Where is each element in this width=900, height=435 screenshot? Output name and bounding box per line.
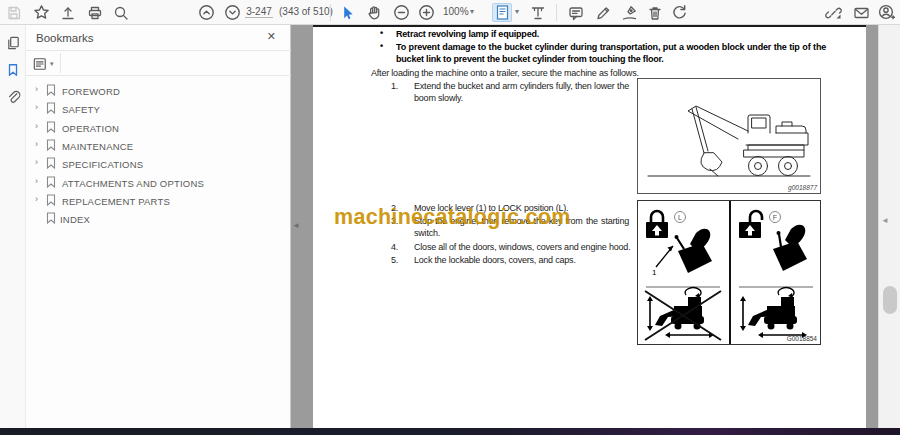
fit-page-caret-icon[interactable]: ▾ (515, 7, 519, 16)
attachments-panel-button[interactable] (4, 88, 22, 106)
step-text: Lock the lockable doors, covers, and cap… (414, 254, 576, 266)
minus-circle-icon (393, 4, 410, 21)
step-number: 1. (391, 80, 398, 92)
search-icon (113, 5, 129, 21)
bookmark-label: SAFETY (62, 104, 100, 115)
zoom-out-button[interactable] (391, 3, 411, 22)
bookmark-icon (46, 194, 56, 206)
print-button[interactable] (85, 3, 105, 22)
printer-icon (87, 5, 103, 21)
expand-chevron-icon[interactable]: › (35, 176, 38, 186)
delete-button[interactable] (645, 3, 665, 22)
star-icon (33, 4, 50, 21)
pdf-viewer-window: 3-247 (343 of 510) 100% ▾ (0, 0, 900, 435)
pages-icon (6, 35, 21, 51)
undo-button[interactable] (669, 3, 689, 22)
fit-page-button[interactable] (492, 3, 512, 22)
fountain-pen-icon (621, 5, 638, 21)
bookmark-icon (46, 84, 56, 96)
fit-page-icon (496, 5, 509, 20)
comment-bubble-icon (568, 5, 584, 21)
bookmark-item-attachments[interactable]: › ATTACHMENTS AND OPTIONS (26, 174, 289, 192)
taskbar-edge (0, 428, 900, 435)
options-list-icon (33, 57, 47, 71)
expand-chevron-icon[interactable]: › (35, 139, 38, 149)
close-icon[interactable]: ✕ (267, 30, 276, 43)
bookmark-icon (46, 212, 56, 224)
select-tool-button[interactable] (337, 3, 357, 22)
free-position-pictogram: F (733, 203, 820, 342)
comment-button[interactable] (566, 3, 586, 22)
bookmark-item-foreword[interactable]: › FOREWORD (26, 82, 289, 100)
bookmark-label: ATTACHMENTS AND OPTIONS (62, 178, 204, 189)
figure-divider (729, 201, 731, 344)
share-button[interactable] (58, 3, 78, 22)
expand-chevron-icon[interactable]: › (35, 194, 38, 204)
navigation-rail (0, 25, 26, 428)
page-count-label: (343 of 510) (279, 6, 333, 17)
plus-circle-icon (418, 4, 435, 21)
toolbar-divider (556, 4, 557, 21)
bookmark-item-index[interactable]: INDEX (26, 210, 289, 228)
figure-code: G0018854 (787, 335, 817, 342)
right-panel-handle[interactable]: ◄ (881, 216, 889, 225)
next-page-button[interactable] (222, 3, 242, 22)
scrollbar-thumb[interactable] (883, 286, 897, 314)
excavator-drawing (638, 79, 820, 191)
zoom-level-label[interactable]: 100% (443, 6, 469, 17)
free-letter: F (773, 214, 777, 221)
signature-button[interactable] (619, 3, 639, 22)
pencil-button[interactable] (593, 3, 613, 22)
fit-width-icon (530, 5, 546, 21)
account-person-icon (878, 4, 895, 21)
save-icon (6, 5, 22, 21)
bookmark-item-specifications[interactable]: › SPECIFICATIONS (26, 155, 289, 173)
vertical-scrollbar[interactable] (878, 25, 900, 428)
warning-bullet-2: To prevent damage to the bucket cylinder… (396, 41, 826, 66)
bookmark-icon (46, 176, 56, 188)
bookmark-item-replacement-parts[interactable]: › REPLACEMENT PARTS (26, 192, 289, 210)
expand-chevron-icon[interactable]: › (35, 84, 38, 94)
divider (60, 53, 61, 73)
link-icon (825, 5, 842, 21)
sidebar-collapse-handle[interactable]: ◄ (292, 221, 300, 230)
figure-code: g0018877 (788, 184, 817, 191)
bookmarks-panel-button[interactable] (4, 61, 22, 79)
pencil-icon (595, 5, 611, 21)
email-button[interactable] (851, 3, 871, 22)
hand-tool-button[interactable] (364, 3, 384, 22)
bookmark-icon (46, 157, 56, 169)
lever-number: 1 (652, 268, 657, 277)
bookmark-item-operation[interactable]: › OPERATION (26, 119, 289, 137)
document-page: • Retract revolving lamp if equipped. • … (313, 25, 866, 428)
search-button[interactable] (111, 3, 131, 22)
bookmark-icon (46, 121, 56, 133)
zoom-in-button[interactable] (416, 3, 436, 22)
favorite-button[interactable] (31, 3, 51, 22)
zoom-caret-icon[interactable]: ▾ (470, 7, 474, 16)
hand-icon (366, 5, 382, 21)
step-text: Close all of the doors, windows, covers … (414, 241, 630, 253)
expand-chevron-icon[interactable]: › (35, 157, 38, 167)
undo-arrow-icon (671, 4, 688, 21)
envelope-icon (853, 5, 870, 21)
warning-bullet-1: Retract revolving lamp if equipped. (396, 28, 539, 40)
fit-width-button[interactable] (528, 3, 548, 22)
account-button[interactable] (876, 3, 896, 22)
bookmark-options-button[interactable]: ▾ (33, 55, 59, 72)
step-number: 5. (391, 254, 398, 266)
bookmark-item-safety[interactable]: › SAFETY (26, 100, 289, 118)
bookmark-item-maintenance[interactable]: › MAINTENANCE (26, 137, 289, 155)
page-down-icon (224, 4, 241, 21)
page-number-input[interactable]: 3-247 (245, 6, 273, 18)
page-up-icon (198, 4, 215, 21)
pages-panel-button[interactable] (4, 34, 22, 52)
divider (26, 50, 291, 51)
caret-down-icon: ▾ (50, 60, 54, 68)
step-text: Extend the bucket and arm cylinders full… (414, 80, 629, 105)
link-button[interactable] (823, 3, 843, 22)
expand-chevron-icon[interactable]: › (35, 102, 38, 112)
expand-chevron-icon[interactable]: › (35, 121, 38, 131)
save-button[interactable] (4, 3, 24, 22)
previous-page-button[interactable] (196, 3, 216, 22)
